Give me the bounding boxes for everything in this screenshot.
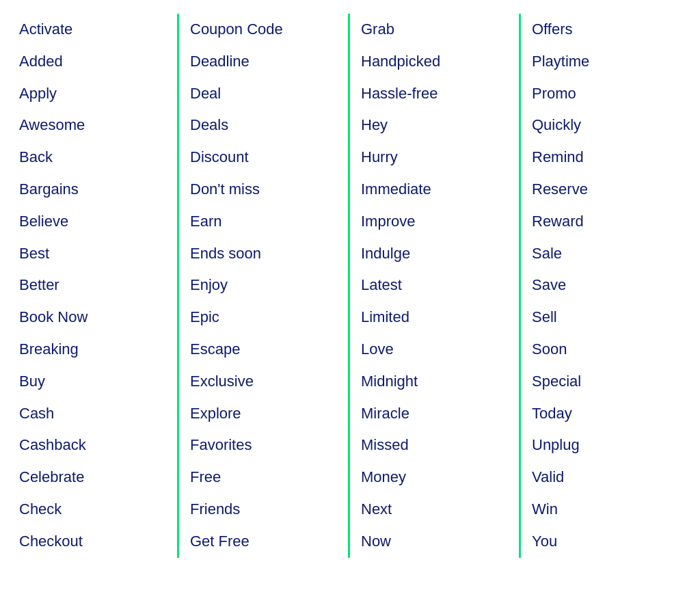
list-item: Sell [521, 301, 692, 334]
list-item: Friends [179, 494, 350, 526]
list-item: Quickly [521, 109, 692, 142]
list-item: Indulge [350, 238, 521, 270]
list-item: Unplug [521, 429, 692, 461]
list-item: Celebrate [8, 461, 179, 494]
list-item: Cashback [8, 429, 179, 461]
column-1: ActivateAddedApplyAwesomeBackBargainsBel… [8, 14, 179, 558]
list-item: Exclusive [179, 366, 350, 398]
column-4: OffersPlaytimePromoQuicklyRemindReserveR… [521, 14, 692, 558]
list-item: Checkout [8, 526, 179, 558]
list-item: Free [179, 461, 350, 494]
list-item: Sale [521, 238, 692, 270]
list-item: Now [350, 526, 521, 558]
list-item: Offers [521, 14, 692, 46]
list-item: Deadline [179, 46, 350, 78]
list-item: Believe [8, 206, 179, 238]
list-item: Back [8, 142, 179, 174]
list-item: Reserve [521, 174, 692, 206]
list-item: Soon [521, 334, 692, 366]
list-item: Money [350, 461, 521, 494]
list-item: Awesome [8, 109, 179, 142]
list-item: Book Now [8, 301, 179, 334]
list-item: Best [8, 238, 179, 270]
list-item: Love [350, 334, 521, 366]
list-item: Valid [521, 461, 692, 494]
list-item: Added [8, 46, 179, 78]
list-item: Check [8, 494, 179, 526]
list-item: Midnight [350, 366, 521, 398]
list-item: Breaking [8, 334, 179, 366]
list-item: Explore [179, 398, 350, 430]
list-item: Deals [179, 109, 350, 142]
list-item: Activate [8, 14, 179, 46]
list-item: Special [521, 366, 692, 398]
list-item: Missed [350, 429, 521, 461]
list-item: Enjoy [179, 269, 350, 301]
list-item: Cash [8, 398, 179, 430]
column-3: GrabHandpickedHassle-freeHeyHurryImmedia… [350, 14, 521, 558]
list-item: Limited [350, 301, 521, 334]
list-item: Better [8, 269, 179, 301]
list-item: Playtime [521, 46, 692, 78]
list-item: You [521, 526, 692, 558]
list-item: Win [521, 494, 692, 526]
list-item: Hurry [350, 142, 521, 174]
list-item: Get Free [179, 526, 350, 558]
list-item: Earn [179, 206, 350, 238]
list-item: Hassle-free [350, 78, 521, 110]
list-item: Reward [521, 206, 692, 238]
list-item: Save [521, 269, 692, 301]
list-item: Ends soon [179, 238, 350, 270]
list-item: Epic [179, 301, 350, 334]
list-item: Favorites [179, 429, 350, 461]
list-item: Immediate [350, 174, 521, 206]
list-item: Promo [521, 78, 692, 110]
list-item: Next [350, 494, 521, 526]
list-item: Remind [521, 142, 692, 174]
list-item: Bargains [8, 174, 179, 206]
list-item: Grab [350, 14, 521, 46]
list-item: Today [521, 398, 692, 430]
list-item: Handpicked [350, 46, 521, 78]
list-item: Hey [350, 109, 521, 142]
list-item: Escape [179, 334, 350, 366]
list-item: Don't miss [179, 174, 350, 206]
list-item: Discount [179, 142, 350, 174]
list-item: Latest [350, 269, 521, 301]
column-2: Coupon CodeDeadlineDealDealsDiscountDon'… [179, 14, 350, 558]
list-item: Buy [8, 366, 179, 398]
list-item: Apply [8, 78, 179, 110]
list-item: Improve [350, 206, 521, 238]
word-list-table: ActivateAddedApplyAwesomeBackBargainsBel… [0, 0, 700, 572]
list-item: Deal [179, 78, 350, 110]
list-item: Miracle [350, 398, 521, 430]
list-item: Coupon Code [179, 14, 350, 46]
